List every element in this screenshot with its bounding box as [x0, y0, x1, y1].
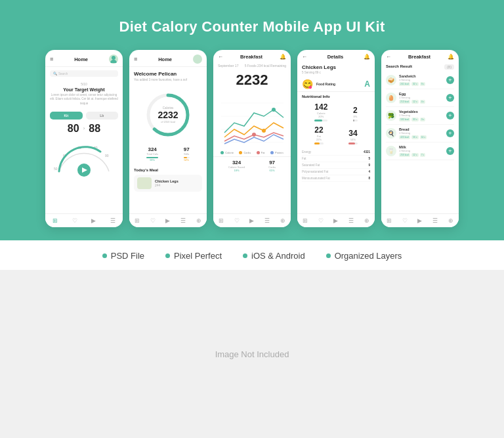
add-sandwich-button[interactable]: +	[446, 76, 454, 84]
food-row-bread: 🍳 Bread 1 Serving 423 kcal 56 c 14 c +	[386, 125, 454, 142]
feature-dot-ios	[243, 253, 247, 258]
chart-area	[213, 90, 291, 149]
page-title: Diet Calory Counter Mobile App UI Kit	[119, 18, 385, 35]
nav5-menu[interactable]: ☰	[432, 217, 438, 224]
legend-dot-protein	[270, 151, 274, 154]
food-info-bread: Bread 1 Serving 423 kcal 56 c 14 c	[396, 127, 446, 139]
phone4-nav: ⊞ ♡ ▶ ☰ ⊕	[297, 213, 375, 227]
d-label-polyfat: Polyunsaturated Fat	[302, 170, 328, 173]
nav-home[interactable]: ⊞	[52, 217, 58, 224]
phone1-header: ≡ Home	[45, 50, 123, 67]
nutr-2-val: 2	[353, 106, 358, 115]
stat-cal-label: Total Cals	[146, 152, 158, 156]
meal-item: Chicken Legs 244	[134, 175, 202, 192]
feature-psd: PSD File	[102, 251, 144, 261]
food-list: 🥪 Sandwich 1 Serving 241 kcal 32 c 9 c +…	[381, 72, 459, 160]
nav3-add[interactable]: ⊕	[280, 217, 285, 224]
nutr-fat-bar	[314, 142, 323, 144]
detail-row-energy: Energy 4321	[302, 149, 370, 156]
bell-icon-3[interactable]: 🔔	[280, 54, 286, 60]
add-milk-button[interactable]: +	[446, 147, 454, 155]
nav3-menu[interactable]: ☰	[264, 217, 270, 224]
nav2-heart[interactable]: ♡	[150, 217, 156, 224]
nav3-chart[interactable]: ▶	[249, 217, 254, 224]
nav-menu[interactable]: ☰	[110, 217, 116, 224]
bell-icon-5[interactable]: 🔔	[448, 54, 454, 60]
stat-calories: 324 Total Cals 99%	[146, 146, 158, 162]
add-veg-button[interactable]: +	[446, 112, 454, 120]
lb-button[interactable]: Lb	[86, 112, 119, 120]
stat-st-pct: 54%	[184, 158, 190, 162]
nutr-cal-val: 142	[314, 102, 327, 112]
back-arrow-4[interactable]: ←	[302, 54, 307, 60]
nav4-chart[interactable]: ▶	[333, 217, 338, 224]
nav4-heart[interactable]: ♡	[318, 217, 324, 224]
section-label: Search Result	[386, 64, 412, 70]
feature-ios: iOS & Android	[243, 251, 305, 261]
nav2-add[interactable]: ⊕	[196, 217, 201, 224]
nav5-home[interactable]: ⊞	[387, 217, 392, 224]
nutr-calorie: 142 Calorie 20%	[314, 102, 327, 121]
nutr-4-fill	[348, 142, 354, 144]
nutr-row-2: 22 Fat 22% 34 54%	[297, 123, 375, 146]
food-rating: 😋 Food Rating A	[297, 77, 375, 92]
nav4-add[interactable]: ⊕	[364, 217, 369, 224]
phone3-title: Breakfast	[240, 54, 262, 60]
back-arrow-3[interactable]: ←	[218, 54, 223, 60]
kit-button[interactable]: Kit	[50, 112, 83, 120]
legend-fat: Fat	[257, 151, 265, 154]
phone5-title: Breakfast	[408, 54, 430, 60]
phone2-title: Home	[158, 56, 172, 62]
food-macros-milk: 250 kcal 12 c 7 c	[399, 153, 444, 157]
weight-arrow-icon: ›	[83, 125, 85, 131]
nav5-add[interactable]: ⊕	[448, 217, 453, 224]
nav2-home[interactable]: ⊞	[135, 217, 140, 224]
food-icon-egg: 🥚	[386, 93, 396, 103]
nav-heart[interactable]: ♡	[72, 217, 77, 224]
legend-calorie: Calorie	[220, 151, 234, 154]
food-row-veg: 🥦 Vegetables 1 Serving 102 kcal 33 c 3 c…	[386, 107, 454, 125]
legend-dot-calorie	[220, 151, 224, 154]
back-arrow-5[interactable]: ←	[386, 54, 391, 60]
weight-row: 80 › 88	[50, 123, 118, 135]
detail-rows: Energy 4321 Fat 5 Saturated Fat 9 Polyun…	[297, 146, 375, 185]
bstat-calorie: 324 Calorie Saved 18%	[228, 160, 245, 172]
nav2-menu[interactable]: ☰	[180, 217, 186, 224]
gauge-area: 50 60 70 80 90	[45, 137, 123, 177]
phone1-nav: ⊞ ♡ ▶ ☰	[45, 213, 123, 227]
phone-card-3: ← Breakfast 🔔 September 17 5 Foods 234 k…	[213, 50, 291, 227]
detail-row-fat: Fat 5	[302, 156, 370, 162]
bstat-cal-val: 324	[228, 160, 245, 165]
nutr-4-pct: 54%	[348, 138, 357, 141]
phone-card-4: ← Details 🔔 Chicken Legs 5 Serving 89 c …	[297, 50, 375, 227]
add-egg-button[interactable]: +	[446, 94, 454, 102]
svg-text:90: 90	[105, 154, 109, 158]
feature-label-ios: iOS & Android	[251, 251, 305, 261]
nav2-chart[interactable]: ▶	[165, 217, 170, 224]
unit-btn-row: Kit Lb	[50, 112, 118, 120]
stat-stills: 97 Stills 54%	[184, 146, 190, 162]
nav3-home[interactable]: ⊞	[219, 217, 224, 224]
detail-row-monofat: Monounsaturated Fat 8	[302, 175, 370, 182]
nav4-home[interactable]: ⊞	[303, 217, 308, 224]
nav3-heartbeat[interactable]: ♡	[234, 217, 240, 224]
nutr-cal-bar	[314, 120, 327, 121]
phone-card-1: ≡ Home 🔍 Search 5/10 Your Target Weight …	[45, 50, 123, 227]
features-bar: PSD File Pixel Perfect iOS & Android Org…	[0, 240, 504, 270]
nav5-heart[interactable]: ♡	[402, 217, 408, 224]
big-calorie: 2232	[213, 69, 291, 90]
nav4-menu[interactable]: ☰	[348, 217, 354, 224]
svg-point-0	[112, 56, 116, 60]
food-serving-veg: 1 Serving	[399, 114, 444, 117]
phone-card-2: ≡ Home Welcome Pelican You added 3 more …	[129, 50, 207, 227]
bell-icon-4[interactable]: 🔔	[364, 54, 370, 60]
food-icon-sandwich: 🥪	[386, 75, 396, 85]
search-bar[interactable]: 🔍 Search	[50, 70, 118, 77]
nav5-chart[interactable]: ▶	[417, 217, 422, 224]
food-macros-sandwich: 241 kcal 32 c 9 c	[399, 82, 444, 86]
phone3-bottom-stats: 324 Calorie Saved 18% 97 Carbs 65%	[213, 156, 291, 175]
section-title: Search Result (8)	[381, 62, 459, 72]
nav-chart[interactable]: ▶	[91, 217, 96, 224]
nutr-2-fill	[353, 120, 354, 121]
add-bread-button[interactable]: +	[446, 129, 454, 137]
